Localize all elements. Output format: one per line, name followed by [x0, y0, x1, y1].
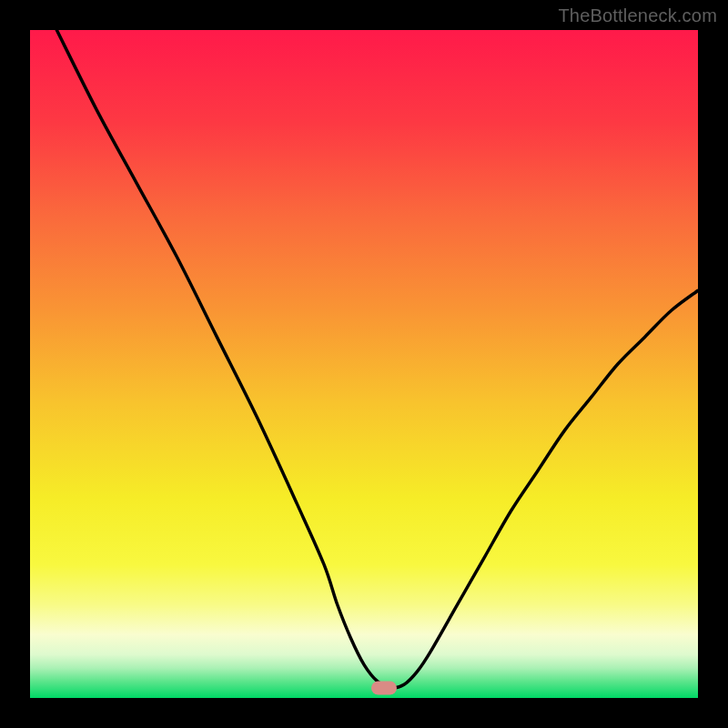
svg-rect-0 — [30, 30, 698, 698]
chart-stage: TheBottleneck.com — [0, 0, 728, 728]
gradient-background — [30, 30, 698, 698]
plot-area — [30, 30, 698, 698]
watermark-text: TheBottleneck.com — [558, 5, 717, 26]
